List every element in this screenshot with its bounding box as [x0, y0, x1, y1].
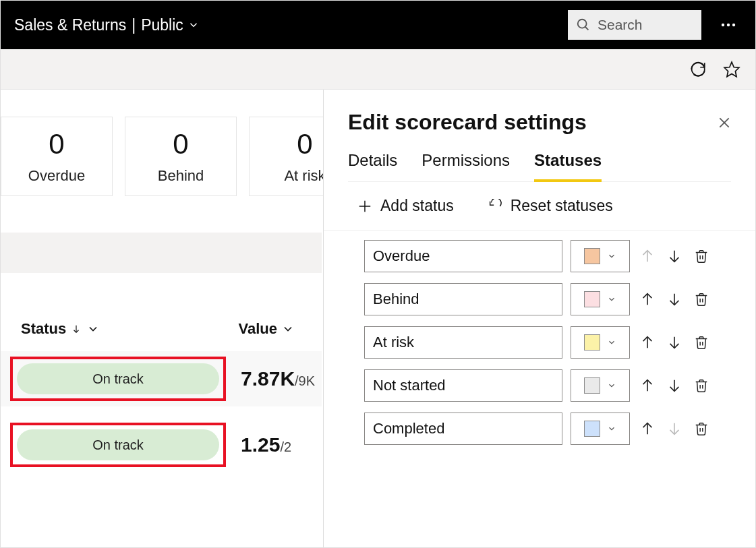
reset-statuses-label: Reset statuses [511, 197, 613, 215]
svg-point-3 [727, 24, 730, 26]
move-up-button [638, 247, 657, 266]
status-pill-label: On track [92, 371, 144, 387]
arrow-down-icon [667, 421, 682, 436]
add-status-button[interactable]: Add status [357, 197, 454, 215]
move-up-button[interactable] [638, 419, 657, 438]
plus-icon [357, 199, 372, 214]
delete-status-button[interactable] [692, 247, 711, 266]
move-down-button[interactable] [665, 376, 684, 395]
panel-divider [324, 230, 755, 231]
card-value: 0 [297, 128, 312, 160]
move-down-button[interactable] [665, 247, 684, 266]
svg-marker-5 [724, 62, 739, 77]
status-pill[interactable]: On track [17, 429, 219, 460]
move-up-button[interactable] [638, 376, 657, 395]
close-icon [718, 116, 731, 129]
status-color-dropdown[interactable] [571, 326, 630, 359]
trash-icon [694, 378, 709, 393]
status-name-input[interactable]: Overdue [364, 240, 562, 272]
chevron-down-icon [281, 322, 295, 336]
move-up-button[interactable] [638, 333, 657, 352]
delete-status-button[interactable] [692, 376, 711, 395]
search-placeholder: Search [598, 17, 643, 33]
panel-title: Edit scorecard settings [348, 110, 587, 135]
column-header-value[interactable]: Value [239, 320, 301, 338]
chevron-down-icon [607, 381, 616, 390]
highlight-box: On track [10, 423, 226, 467]
tab-statuses[interactable]: Statuses [534, 151, 602, 182]
column-header-status[interactable]: Status [21, 320, 100, 338]
value-target: /2 [280, 439, 291, 454]
reset-statuses-button[interactable]: Reset statuses [488, 197, 613, 215]
table-header: Status Value [1, 273, 322, 351]
trash-icon [694, 335, 709, 350]
move-down-button[interactable] [665, 333, 684, 352]
value-number: 7.87K [241, 367, 295, 390]
highlight-box: On track [10, 357, 226, 401]
panel-actions: Add status Reset statuses [357, 197, 731, 215]
delete-status-button[interactable] [692, 333, 711, 352]
scorecard-settings-panel: Edit scorecard settings Details Permissi… [323, 90, 755, 547]
arrow-up-icon [640, 292, 655, 307]
chevron-down-icon [607, 295, 616, 304]
status-name-input[interactable]: Not started [364, 369, 562, 402]
background-strip [1, 233, 322, 273]
delete-status-button[interactable] [692, 419, 711, 438]
more-options-button[interactable] [715, 11, 742, 38]
svg-line-1 [585, 27, 589, 30]
delete-status-button[interactable] [692, 290, 711, 309]
search-input[interactable]: Search [568, 10, 701, 40]
status-color-dropdown[interactable] [571, 283, 630, 315]
status-color-dropdown[interactable] [571, 413, 630, 445]
status-row: Completed [364, 413, 731, 445]
tab-details[interactable]: Details [348, 151, 397, 181]
star-icon [723, 61, 740, 78]
card-label: At risk [284, 167, 325, 185]
status-row: Behind [364, 283, 731, 315]
chevron-down-icon [607, 338, 616, 347]
visibility-dropdown[interactable]: Public [141, 16, 200, 34]
table-row[interactable]: On track 7.87K/9K [1, 351, 322, 406]
card-behind[interactable]: 0 Behind [125, 117, 237, 196]
value-target: /9K [295, 373, 315, 388]
card-overdue[interactable]: 0 Overdue [1, 117, 113, 196]
value-header-label: Value [239, 320, 277, 338]
favorite-button[interactable] [723, 61, 740, 78]
trash-icon [694, 292, 709, 307]
card-value: 0 [49, 128, 64, 160]
arrow-down-icon [667, 249, 682, 264]
status-row: Not started [364, 369, 731, 402]
app-root: Sales & Returns | Public Search 0 Overdu… [0, 0, 756, 548]
arrow-down-icon [667, 378, 682, 393]
arrow-up-icon [640, 249, 655, 264]
status-name-input[interactable]: At risk [364, 326, 562, 359]
close-button[interactable] [718, 116, 731, 129]
table-row[interactable]: On track 1.25/2 [1, 417, 322, 473]
workspace-title[interactable]: Sales & Returns [14, 16, 126, 34]
status-name-input[interactable]: Behind [364, 283, 562, 315]
svg-point-4 [732, 24, 735, 26]
tab-permissions[interactable]: Permissions [421, 151, 510, 181]
arrow-up-icon [640, 421, 655, 436]
status-list: Overdue Behind At risk [364, 240, 731, 445]
add-status-label: Add status [380, 197, 454, 215]
panel-header: Edit scorecard settings [348, 110, 731, 135]
search-icon [576, 18, 591, 32]
panel-tabs: Details Permissions Statuses [348, 151, 731, 182]
status-pill-label: On track [92, 437, 144, 453]
chevron-down-icon [607, 424, 616, 433]
status-name-input[interactable]: Completed [364, 413, 562, 445]
trash-icon [694, 421, 709, 436]
status-color-dropdown[interactable] [571, 240, 630, 272]
arrow-up-icon [640, 335, 655, 350]
move-down-button[interactable] [665, 290, 684, 309]
svg-point-2 [722, 24, 724, 26]
reset-icon [488, 199, 502, 214]
more-icon [721, 23, 736, 27]
arrow-down-icon [667, 335, 682, 350]
status-color-dropdown[interactable] [571, 369, 630, 402]
toolbar [1, 49, 755, 90]
refresh-button[interactable] [689, 61, 707, 78]
status-pill[interactable]: On track [17, 363, 219, 394]
move-up-button[interactable] [638, 290, 657, 309]
